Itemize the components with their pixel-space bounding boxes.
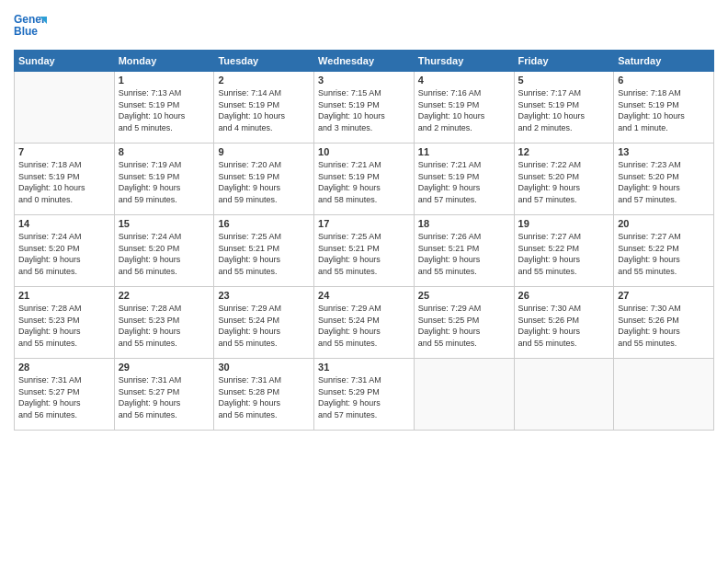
- calendar-cell: [514, 359, 614, 431]
- calendar-cell: 28Sunrise: 7:31 AM Sunset: 5:27 PM Dayli…: [15, 359, 115, 431]
- day-number: 26: [518, 290, 610, 301]
- day-info: Sunrise: 7:28 AM Sunset: 5:23 PM Dayligh…: [119, 303, 210, 349]
- day-info: Sunrise: 7:28 AM Sunset: 5:23 PM Dayligh…: [18, 303, 110, 349]
- column-header-tuesday: Tuesday: [214, 51, 314, 72]
- calendar-cell: 30Sunrise: 7:31 AM Sunset: 5:28 PM Dayli…: [214, 359, 314, 431]
- calendar-cell: 25Sunrise: 7:29 AM Sunset: 5:25 PM Dayli…: [414, 287, 514, 359]
- day-number: 21: [18, 290, 110, 301]
- day-number: 15: [119, 218, 210, 229]
- calendar-table: SundayMondayTuesdayWednesdayThursdayFrid…: [14, 50, 714, 431]
- day-info: Sunrise: 7:31 AM Sunset: 5:27 PM Dayligh…: [18, 374, 110, 420]
- day-info: Sunrise: 7:18 AM Sunset: 5:19 PM Dayligh…: [18, 159, 110, 205]
- day-number: 31: [318, 362, 410, 373]
- calendar-cell: 13Sunrise: 7:23 AM Sunset: 5:20 PM Dayli…: [614, 144, 714, 215]
- calendar-cell: 31Sunrise: 7:31 AM Sunset: 5:29 PM Dayli…: [314, 359, 415, 431]
- calendar-cell: 16Sunrise: 7:25 AM Sunset: 5:21 PM Dayli…: [214, 215, 314, 287]
- day-number: 6: [618, 75, 710, 86]
- column-header-sunday: Sunday: [15, 51, 115, 72]
- week-row-1: 1Sunrise: 7:13 AM Sunset: 5:19 PM Daylig…: [15, 72, 714, 144]
- day-info: Sunrise: 7:25 AM Sunset: 5:21 PM Dayligh…: [318, 231, 410, 277]
- calendar-cell: 29Sunrise: 7:31 AM Sunset: 5:27 PM Dayli…: [114, 359, 214, 431]
- calendar-cell: 19Sunrise: 7:27 AM Sunset: 5:22 PM Dayli…: [514, 215, 614, 287]
- day-info: Sunrise: 7:31 AM Sunset: 5:29 PM Dayligh…: [318, 374, 410, 420]
- day-number: 14: [18, 218, 110, 229]
- day-number: 30: [218, 362, 310, 373]
- day-number: 8: [119, 146, 210, 157]
- day-info: Sunrise: 7:25 AM Sunset: 5:21 PM Dayligh…: [218, 231, 310, 277]
- day-info: Sunrise: 7:18 AM Sunset: 5:19 PM Dayligh…: [618, 87, 710, 133]
- day-info: Sunrise: 7:17 AM Sunset: 5:19 PM Dayligh…: [518, 87, 610, 133]
- calendar-cell: 14Sunrise: 7:24 AM Sunset: 5:20 PM Dayli…: [15, 215, 115, 287]
- day-info: Sunrise: 7:20 AM Sunset: 5:19 PM Dayligh…: [218, 159, 310, 205]
- day-number: 27: [618, 290, 710, 301]
- day-info: Sunrise: 7:27 AM Sunset: 5:22 PM Dayligh…: [518, 231, 610, 277]
- day-number: 23: [218, 290, 310, 301]
- day-info: Sunrise: 7:21 AM Sunset: 5:19 PM Dayligh…: [318, 159, 410, 205]
- day-number: 10: [318, 146, 410, 157]
- day-number: 20: [618, 218, 710, 229]
- calendar-cell: 1Sunrise: 7:13 AM Sunset: 5:19 PM Daylig…: [114, 72, 214, 144]
- day-number: 16: [218, 218, 310, 229]
- day-info: Sunrise: 7:14 AM Sunset: 5:19 PM Dayligh…: [218, 87, 310, 133]
- calendar-cell: 24Sunrise: 7:29 AM Sunset: 5:24 PM Dayli…: [314, 287, 415, 359]
- day-number: 19: [518, 218, 610, 229]
- day-info: Sunrise: 7:29 AM Sunset: 5:24 PM Dayligh…: [318, 303, 410, 349]
- column-header-thursday: Thursday: [414, 51, 514, 72]
- day-info: Sunrise: 7:31 AM Sunset: 5:28 PM Dayligh…: [218, 374, 310, 420]
- calendar-cell: 22Sunrise: 7:28 AM Sunset: 5:23 PM Dayli…: [114, 287, 214, 359]
- calendar-cell: 12Sunrise: 7:22 AM Sunset: 5:20 PM Dayli…: [514, 144, 614, 215]
- calendar-cell: [15, 72, 115, 144]
- week-row-5: 28Sunrise: 7:31 AM Sunset: 5:27 PM Dayli…: [15, 359, 714, 431]
- day-number: 5: [518, 75, 610, 86]
- week-row-4: 21Sunrise: 7:28 AM Sunset: 5:23 PM Dayli…: [15, 287, 714, 359]
- day-number: 1: [119, 75, 210, 86]
- calendar-cell: 7Sunrise: 7:18 AM Sunset: 5:19 PM Daylig…: [15, 144, 115, 215]
- calendar-cell: 3Sunrise: 7:15 AM Sunset: 5:19 PM Daylig…: [314, 72, 415, 144]
- column-header-friday: Friday: [514, 51, 614, 72]
- day-info: Sunrise: 7:22 AM Sunset: 5:20 PM Dayligh…: [518, 159, 610, 205]
- day-info: Sunrise: 7:29 AM Sunset: 5:25 PM Dayligh…: [418, 303, 510, 349]
- day-number: 3: [318, 75, 410, 86]
- calendar-cell: 27Sunrise: 7:30 AM Sunset: 5:26 PM Dayli…: [614, 287, 714, 359]
- day-number: 22: [119, 290, 210, 301]
- calendar-cell: [614, 359, 714, 431]
- calendar-header-row: SundayMondayTuesdayWednesdayThursdayFrid…: [15, 51, 714, 72]
- week-row-2: 7Sunrise: 7:18 AM Sunset: 5:19 PM Daylig…: [15, 144, 714, 215]
- day-info: Sunrise: 7:31 AM Sunset: 5:27 PM Dayligh…: [119, 374, 210, 420]
- calendar-cell: 21Sunrise: 7:28 AM Sunset: 5:23 PM Dayli…: [15, 287, 115, 359]
- day-info: Sunrise: 7:15 AM Sunset: 5:19 PM Dayligh…: [318, 87, 410, 133]
- day-number: 13: [618, 146, 710, 157]
- calendar-cell: 6Sunrise: 7:18 AM Sunset: 5:19 PM Daylig…: [614, 72, 714, 144]
- calendar-cell: 18Sunrise: 7:26 AM Sunset: 5:21 PM Dayli…: [414, 215, 514, 287]
- day-info: Sunrise: 7:16 AM Sunset: 5:19 PM Dayligh…: [418, 87, 510, 133]
- column-header-wednesday: Wednesday: [314, 51, 415, 72]
- week-row-3: 14Sunrise: 7:24 AM Sunset: 5:20 PM Dayli…: [15, 215, 714, 287]
- calendar-cell: 17Sunrise: 7:25 AM Sunset: 5:21 PM Dayli…: [314, 215, 415, 287]
- calendar-cell: 5Sunrise: 7:17 AM Sunset: 5:19 PM Daylig…: [514, 72, 614, 144]
- day-number: 11: [418, 146, 510, 157]
- day-info: Sunrise: 7:26 AM Sunset: 5:21 PM Dayligh…: [418, 231, 510, 277]
- day-number: 9: [218, 146, 310, 157]
- day-number: 2: [218, 75, 310, 86]
- day-info: Sunrise: 7:24 AM Sunset: 5:20 PM Dayligh…: [18, 231, 110, 277]
- day-number: 25: [418, 290, 510, 301]
- calendar-cell: 9Sunrise: 7:20 AM Sunset: 5:19 PM Daylig…: [214, 144, 314, 215]
- day-number: 17: [318, 218, 410, 229]
- day-number: 24: [318, 290, 410, 301]
- calendar-cell: 15Sunrise: 7:24 AM Sunset: 5:20 PM Dayli…: [114, 215, 214, 287]
- day-info: Sunrise: 7:19 AM Sunset: 5:19 PM Dayligh…: [119, 159, 210, 205]
- calendar-cell: 2Sunrise: 7:14 AM Sunset: 5:19 PM Daylig…: [214, 72, 314, 144]
- header: General Blue: [14, 9, 714, 46]
- calendar-cell: [414, 359, 514, 431]
- page-container: General Blue SundayMondayTuesdayWednesda…: [0, 0, 728, 563]
- day-info: Sunrise: 7:30 AM Sunset: 5:26 PM Dayligh…: [518, 303, 610, 349]
- logo-icon: General Blue: [14, 9, 47, 42]
- day-info: Sunrise: 7:23 AM Sunset: 5:20 PM Dayligh…: [618, 159, 710, 205]
- calendar-cell: 10Sunrise: 7:21 AM Sunset: 5:19 PM Dayli…: [314, 144, 415, 215]
- day-number: 4: [418, 75, 510, 86]
- day-info: Sunrise: 7:30 AM Sunset: 5:26 PM Dayligh…: [618, 303, 710, 349]
- day-number: 7: [18, 146, 110, 157]
- column-header-saturday: Saturday: [614, 51, 714, 72]
- day-number: 28: [18, 362, 110, 373]
- calendar-body: 1Sunrise: 7:13 AM Sunset: 5:19 PM Daylig…: [15, 72, 714, 431]
